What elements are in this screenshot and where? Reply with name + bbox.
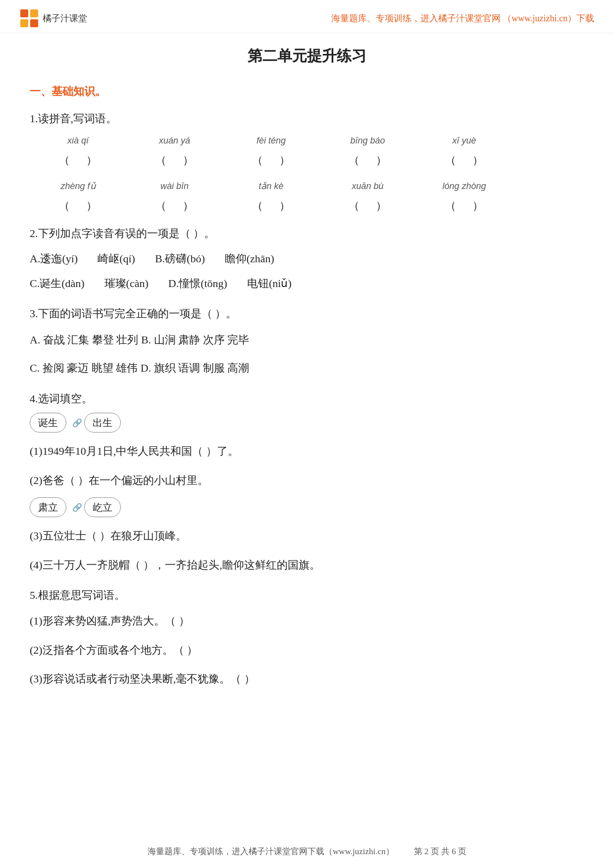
pinyin-cell-5: xī yuè [416, 133, 512, 148]
q5-block: 5.根据意思写词语。 (1)形容来势凶猛,声势浩大。（ ） (2)泛指各个方面或… [30, 586, 584, 691]
q5-fill1: (1)形容来势凶猛,声势浩大。（ ） [30, 609, 584, 633]
q3-block: 3.下面的词语书写完全正确的一项是（ ）。 A. 奋战 汇集 攀登 壮列 B. … [30, 304, 584, 381]
ans-cell-2: （ ） [126, 151, 223, 169]
ans-cell-1: （ ） [30, 151, 126, 169]
q5-fill3: (3)形容说话或者行动坚决果断,毫不犹豫。（ ） [30, 667, 584, 691]
tag2a: 肃立 [30, 497, 66, 517]
q2-line2: C.诞生(dàn) 璀璨(càn) D.憧憬(tōng) 电钮(niǔ) [30, 272, 584, 295]
pinyin-cell-3: fèi téng [223, 133, 319, 148]
tag-or-2: 🔗 [72, 501, 82, 514]
section1-title: 一、基础知识。 [30, 82, 584, 100]
q1-block: 1.读拼音,写词语。 xià qí xuán yá fèi téng bīng … [30, 109, 584, 215]
q2-label: 2.下列加点字读音有误的一项是（ ）。 [30, 224, 584, 242]
pinyin-cell-2: xuán yá [126, 133, 223, 148]
logo-icon [20, 9, 39, 28]
fill1: (1)1949年10月1日,中华人民共和国（ ）了。 [30, 439, 584, 463]
fill2: (2)爸爸（ ）在一个偏远的小山村里。 [30, 469, 584, 492]
ans-cell-6: （ ） [30, 196, 126, 215]
footer-text: 海量题库、专项训练，进入橘子汁课堂官网下载（www.juzizhi.cn） [148, 845, 394, 859]
q5-fill2: (2)泛指各个方面或各个地方。（ ） [30, 638, 584, 662]
pinyin-cell-9: xuān bù [319, 179, 416, 194]
q4-block: 4.选词填空。 诞生 🔗 出生 (1)1949年10月1日,中华人民共和国（ ）… [30, 389, 584, 577]
tag2a-text: 肃立 [38, 499, 58, 516]
q2-block: 2.下列加点字读音有误的一项是（ ）。 A.逶迤(yí) 崎岖(qí) B.磅礴… [30, 224, 584, 295]
q5-label: 5.根据意思写词语。 [30, 586, 584, 604]
q2-opt-c: C.诞生(dàn) [30, 272, 85, 295]
q1-label: 1.读拼音,写词语。 [30, 109, 584, 128]
tag1b-text: 出生 [93, 414, 112, 431]
ans-cell-9: （ ） [319, 196, 416, 215]
pinyin-cell-1: xià qí [30, 133, 126, 148]
logo-text: 橘子汁课堂 [43, 11, 87, 26]
pinyin-cell-8: tǎn kè [223, 179, 319, 194]
svg-rect-1 [30, 9, 38, 17]
q3-options: A. 奋战 汇集 攀登 壮列 B. 山涧 肃静 次序 完毕 C. 捡阅 豪迈 眺… [30, 328, 584, 381]
q2-opt-a: A.逶迤(yí) [30, 247, 78, 270]
svg-rect-3 [30, 19, 38, 27]
tag1b: 出生 [84, 413, 121, 433]
footer-page: 第 2 页 共 6 页 [414, 845, 466, 859]
pinyin-cell-6: zhèng fǔ [30, 179, 126, 194]
tag-or-1: 🔗 [72, 416, 82, 430]
fill3: (3)五位壮士（ ）在狼牙山顶峰。 [30, 524, 584, 548]
page-title: 第二单元提升练习 [30, 43, 584, 68]
q3-line2: C. 捡阅 豪迈 眺望 雄伟 D. 旗织 语调 制服 高潮 [30, 356, 584, 381]
header-tagline: 海量题库、专项训练，进入橘子汁课堂官网 （www.juzizhi.cn）下载 [331, 11, 594, 26]
fill4: (4)三十万人一齐脱帽（ ），一齐抬起头,瞻仰这鲜红的国旗。 [30, 553, 584, 577]
q2-opt-c2: 璀璨(càn) [104, 272, 149, 295]
ans-cell-4: （ ） [319, 151, 416, 169]
ans-cell-8: （ ） [223, 196, 319, 215]
q3-label: 3.下面的词语书写完全正确的一项是（ ）。 [30, 304, 584, 323]
q2-opt-a2: 崎岖(qí) [98, 247, 135, 270]
pinyin-cell-4: bīng báo [319, 133, 416, 148]
pinyin-row1: xià qí xuán yá fèi téng bīng báo xī yuè [30, 133, 584, 148]
q2-opt-b: B.磅礴(bó) [155, 247, 205, 270]
q2-opt-d: D.憧憬(tōng) [168, 272, 227, 295]
main-content: 第二单元提升练习 一、基础知识。 1.读拼音,写词语。 xià qí xuán … [0, 33, 614, 740]
ans-cell-7: （ ） [126, 196, 223, 215]
svg-rect-0 [20, 9, 28, 17]
svg-rect-2 [20, 19, 28, 27]
header: 橘子汁课堂 海量题库、专项训练，进入橘子汁课堂官网 （www.juzizhi.c… [0, 0, 614, 33]
ans-cell-3: （ ） [223, 151, 319, 169]
q2-opt-b2: 瞻仰(zhān) [225, 247, 274, 270]
answer-row1: （ ） （ ） （ ） （ ） （ ） [30, 151, 584, 169]
footer: 海量题库、专项训练，进入橘子汁课堂官网下载（www.juzizhi.cn） 第 … [0, 845, 614, 859]
pinyin-cell-7: wài bīn [126, 179, 223, 194]
q2-opt-d2: 电钮(niǔ) [247, 272, 292, 295]
word-tags-row1: 诞生 🔗 出生 [30, 413, 584, 433]
tag1a: 诞生 [30, 413, 66, 433]
word-tags-row2: 肃立 🔗 屹立 [30, 497, 584, 517]
q2-options: A.逶迤(yí) 崎岖(qí) B.磅礴(bó) 瞻仰(zhān) C.诞生(d… [30, 247, 584, 295]
tag2b-text: 屹立 [93, 499, 112, 516]
q3-line1: A. 奋战 汇集 攀登 壮列 B. 山涧 肃静 次序 完毕 [30, 328, 584, 353]
tag1a-text: 诞生 [38, 414, 58, 431]
ans-cell-5: （ ） [416, 151, 512, 169]
pinyin-row2: zhèng fǔ wài bīn tǎn kè xuān bù lóng zhò… [30, 179, 584, 194]
tag2b: 屹立 [84, 497, 121, 517]
logo-area: 橘子汁课堂 [20, 9, 87, 28]
answer-row2: （ ） （ ） （ ） （ ） （ ） [30, 196, 584, 215]
q2-line1: A.逶迤(yí) 崎岖(qí) B.磅礴(bó) 瞻仰(zhān) [30, 247, 584, 270]
pinyin-cell-10: lóng zhòng [416, 179, 512, 194]
ans-cell-10: （ ） [416, 196, 512, 215]
q4-label: 4.选词填空。 [30, 389, 584, 408]
